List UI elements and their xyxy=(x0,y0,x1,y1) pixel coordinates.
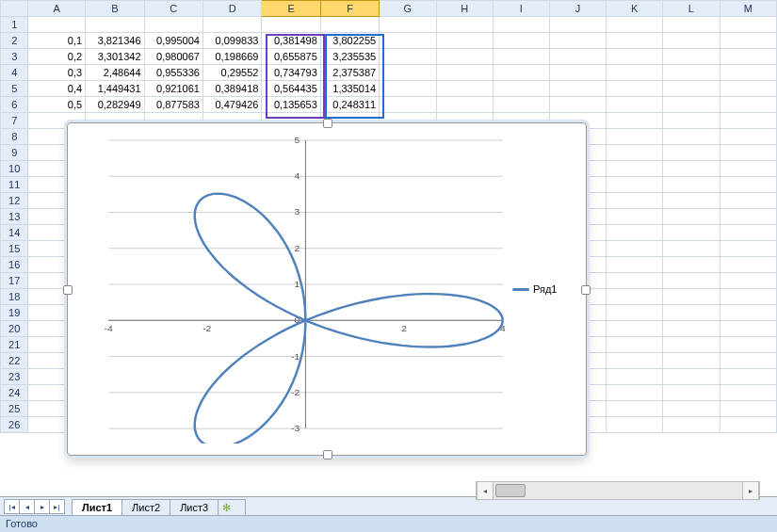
cell-G1[interactable] xyxy=(380,17,436,33)
cell-K12[interactable] xyxy=(607,193,663,209)
cell-M6[interactable] xyxy=(720,97,777,113)
cell-I1[interactable] xyxy=(493,17,549,33)
row-header-17[interactable]: 17 xyxy=(1,273,28,289)
column-header-C[interactable]: C xyxy=(144,1,202,17)
cell-K17[interactable] xyxy=(607,273,663,289)
scroll-thumb[interactable] xyxy=(495,484,526,497)
cell-L1[interactable] xyxy=(663,17,720,33)
cell-M23[interactable] xyxy=(720,369,777,385)
column-header-K[interactable]: K xyxy=(607,1,663,17)
cell-M15[interactable] xyxy=(720,241,777,257)
tab-nav-next[interactable]: ▸ xyxy=(34,499,50,514)
cell-I3[interactable] xyxy=(493,49,549,65)
cell-M7[interactable] xyxy=(720,113,777,129)
cell-C4[interactable]: 0,955336 xyxy=(144,65,202,81)
cell-E2[interactable]: 0,381498 xyxy=(262,33,320,49)
row-header-15[interactable]: 15 xyxy=(1,241,28,257)
cell-K8[interactable] xyxy=(607,129,663,145)
cell-F6[interactable]: 0,248311 xyxy=(320,97,379,113)
row-header-25[interactable]: 25 xyxy=(1,401,28,417)
column-header-D[interactable]: D xyxy=(202,1,261,17)
column-header-G[interactable]: G xyxy=(380,1,436,17)
cell-L22[interactable] xyxy=(663,353,720,369)
cell-L11[interactable] xyxy=(663,177,720,193)
cell-H6[interactable] xyxy=(436,97,493,113)
cell-E5[interactable]: 0,564435 xyxy=(262,81,320,97)
sheet-tab-1[interactable]: Лист1 xyxy=(72,499,122,516)
row-header-10[interactable]: 10 xyxy=(1,161,28,177)
cell-L24[interactable] xyxy=(663,385,720,401)
cell-L7[interactable] xyxy=(663,113,720,129)
cell-C1[interactable] xyxy=(144,17,202,33)
cell-L21[interactable] xyxy=(663,337,720,353)
cell-A1[interactable] xyxy=(28,17,86,33)
row-header-7[interactable]: 7 xyxy=(1,113,28,129)
cell-B5[interactable]: 1,449431 xyxy=(86,81,144,97)
cell-A6[interactable]: 0,5 xyxy=(28,97,86,113)
resize-handle-e[interactable] xyxy=(581,285,591,295)
row-header-1[interactable]: 1 xyxy=(1,17,28,33)
row-header-9[interactable]: 9 xyxy=(1,145,28,161)
cell-M10[interactable] xyxy=(720,161,777,177)
cell-L10[interactable] xyxy=(663,161,720,177)
row-header-4[interactable]: 4 xyxy=(1,65,28,81)
cell-J6[interactable] xyxy=(549,97,606,113)
cell-B3[interactable]: 3,301342 xyxy=(86,49,144,65)
row-header-22[interactable]: 22 xyxy=(1,353,28,369)
row-header-6[interactable]: 6 xyxy=(1,97,28,113)
cell-L12[interactable] xyxy=(663,193,720,209)
cell-K22[interactable] xyxy=(607,353,663,369)
cell-H1[interactable] xyxy=(436,17,493,33)
cell-M12[interactable] xyxy=(720,193,777,209)
cell-K20[interactable] xyxy=(607,321,663,337)
cell-F5[interactable]: 1,335014 xyxy=(320,81,379,97)
cell-K23[interactable] xyxy=(607,369,663,385)
column-header-J[interactable]: J xyxy=(549,1,606,17)
cell-I5[interactable] xyxy=(493,81,549,97)
cell-L15[interactable] xyxy=(663,241,720,257)
cell-H5[interactable] xyxy=(436,81,493,97)
cell-M1[interactable] xyxy=(720,17,777,33)
cell-M14[interactable] xyxy=(720,225,777,241)
cell-K21[interactable] xyxy=(607,337,663,353)
sheet-tab-2[interactable]: Лист2 xyxy=(121,499,170,516)
row-header-26[interactable]: 26 xyxy=(1,417,28,433)
cell-I4[interactable] xyxy=(493,65,549,81)
cell-M8[interactable] xyxy=(720,129,777,145)
cell-M22[interactable] xyxy=(720,353,777,369)
row-header-24[interactable]: 24 xyxy=(1,385,28,401)
row-header-21[interactable]: 21 xyxy=(1,337,28,353)
cell-G5[interactable] xyxy=(380,81,436,97)
row-header-18[interactable]: 18 xyxy=(1,289,28,305)
tab-nav-prev[interactable]: ◂ xyxy=(19,499,35,514)
cell-D3[interactable]: 0,198669 xyxy=(202,49,261,65)
cell-M3[interactable] xyxy=(720,49,777,65)
cell-L9[interactable] xyxy=(663,145,720,161)
cell-C5[interactable]: 0,921061 xyxy=(144,81,202,97)
cell-G4[interactable] xyxy=(380,65,436,81)
scroll-right-arrow[interactable]: ▸ xyxy=(742,481,759,500)
cell-I2[interactable] xyxy=(493,33,549,49)
cell-F2[interactable]: 3,802255 xyxy=(320,33,379,49)
horizontal-scrollbar[interactable]: ◂ ▸ xyxy=(476,481,760,500)
row-header-5[interactable]: 5 xyxy=(1,81,28,97)
cell-K1[interactable] xyxy=(607,17,663,33)
cell-K2[interactable] xyxy=(607,33,663,49)
cell-L20[interactable] xyxy=(663,321,720,337)
cell-D5[interactable]: 0,389418 xyxy=(202,81,261,97)
row-header-12[interactable]: 12 xyxy=(1,193,28,209)
cell-L23[interactable] xyxy=(663,369,720,385)
cell-L5[interactable] xyxy=(663,81,720,97)
cell-K6[interactable] xyxy=(607,97,663,113)
column-header-A[interactable]: A xyxy=(28,1,86,17)
resize-handle-n[interactable] xyxy=(323,119,332,128)
cell-A4[interactable]: 0,3 xyxy=(28,65,86,81)
row-header-2[interactable]: 2 xyxy=(1,33,28,49)
cell-M25[interactable] xyxy=(720,401,777,417)
row-header-3[interactable]: 3 xyxy=(1,49,28,65)
column-header-B[interactable]: B xyxy=(86,1,144,17)
cell-J2[interactable] xyxy=(549,33,606,49)
row-header-16[interactable]: 16 xyxy=(1,257,28,273)
row-header-20[interactable]: 20 xyxy=(1,321,28,337)
cell-L17[interactable] xyxy=(663,273,720,289)
